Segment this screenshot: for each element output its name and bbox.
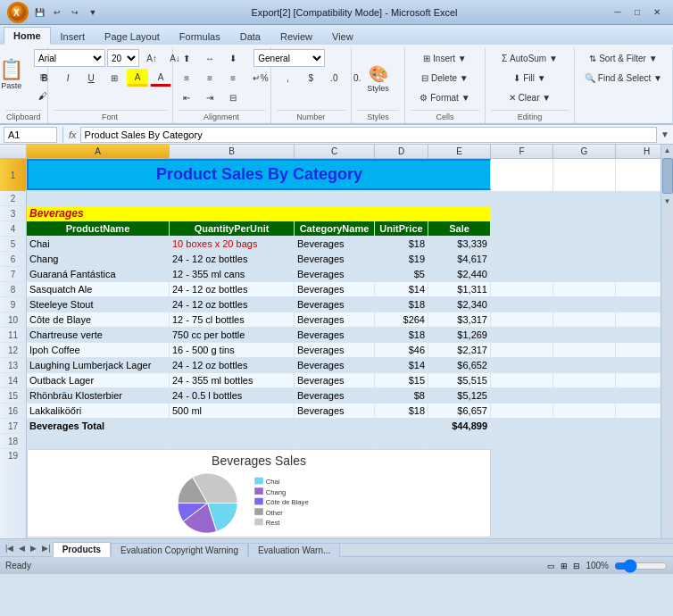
cell-13g[interactable] [553,358,616,372]
cell-6f[interactable] [491,252,553,266]
cell-4h[interactable] [616,221,661,236]
cell-17g[interactable] [553,419,616,433]
cell-9b[interactable]: 24 - 12 oz bottles [170,297,295,312]
cell-18b[interactable] [170,434,295,448]
cell-18e[interactable] [428,434,491,448]
cell-10c[interactable]: Beverages [295,312,375,327]
cell-3e[interactable] [428,206,491,221]
col-header-f[interactable]: F [491,145,553,158]
align-center-button[interactable]: ≡ [199,69,220,87]
italic-button[interactable]: I [57,69,79,87]
cell-2f[interactable] [491,191,553,205]
number-format-select[interactable]: General Number Currency [253,49,325,67]
cell-5g[interactable] [553,237,616,251]
cell-16h[interactable] [616,404,661,418]
cell-10h[interactable] [616,312,661,327]
cell-11g[interactable] [553,328,616,342]
cell-13h[interactable] [616,358,661,372]
minimize-button[interactable]: ─ [609,5,627,20]
border-button[interactable]: ⊞ [104,69,125,87]
col-header-g[interactable]: G [553,145,616,158]
cell-6e[interactable]: $4,617 [428,252,491,266]
quick-undo-button[interactable]: ↩ [50,5,64,20]
cell-3g[interactable] [553,206,616,221]
fill-button[interactable]: ⬇ Fill ▼ [490,69,570,87]
cell-6b[interactable]: 24 - 12 oz bottles [170,252,295,266]
underline-button[interactable]: U [80,69,102,87]
cell-15c[interactable]: Beverages [295,388,375,403]
cell-14f[interactable] [491,373,553,387]
cell-5d[interactable]: $18 [375,237,428,251]
sheet-first-button[interactable]: |◀ [4,544,15,553]
cell-16d[interactable]: $18 [375,404,428,418]
cell-10f[interactable] [491,312,553,327]
tab-review[interactable]: Review [270,28,322,45]
cell-15g[interactable] [553,388,616,403]
font-size-select[interactable]: 20 [107,49,139,67]
sort-filter-button[interactable]: ⇅ Sort & Filter ▼ [579,49,669,67]
cell-16c[interactable]: Beverages [295,404,375,418]
tab-home[interactable]: Home [4,27,51,45]
tab-page-layout[interactable]: Page Layout [95,28,170,45]
cell-11c[interactable]: Beverages [295,328,375,342]
cell-3h[interactable] [616,206,661,221]
cell-17h[interactable] [616,419,661,433]
quick-more-button[interactable]: ▼ [86,5,100,20]
cell-10a[interactable]: Côte de Blaye [27,312,170,327]
zoom-slider[interactable] [614,562,668,570]
align-right-button[interactable]: ≡ [222,69,244,87]
cell-5h[interactable] [616,237,661,251]
cell-6h[interactable] [616,252,661,266]
font-family-select[interactable]: Arial [34,49,105,67]
col-header-e[interactable]: E [428,145,491,158]
cell-9g[interactable] [553,297,616,312]
cell-16e[interactable]: $6,657 [428,404,491,418]
cell-8a[interactable]: Sasquatch Ale [27,282,170,296]
cell-2a[interactable] [27,191,170,205]
align-bottom-button[interactable]: ⬇ [222,49,244,67]
cell-7f[interactable] [491,267,553,281]
cell-15b[interactable]: 24 - 0.5 l bottles [170,388,295,403]
cell-17e[interactable]: $44,899 [428,419,491,433]
sheet-last-button[interactable]: ▶| [40,544,52,553]
cell-9h[interactable] [616,297,661,312]
scroll-up-button[interactable]: ▲ [662,145,673,156]
tab-view[interactable]: View [322,28,363,45]
cell-11e[interactable]: $1,269 [428,328,491,342]
cell-9a[interactable]: Steeleye Stout [27,297,170,312]
cell-2d[interactable] [375,191,428,205]
col-header-h[interactable]: H [616,145,661,158]
bold-button[interactable]: B [34,69,55,87]
comma-button[interactable]: , [277,69,298,87]
cell-13d[interactable]: $14 [375,358,428,372]
cell-8d[interactable]: $14 [375,282,428,296]
cell-4d[interactable]: UnitPrice [375,221,428,236]
delete-cells-button[interactable]: ⊟ Delete ▼ [410,69,481,87]
cell-3f[interactable] [491,206,553,221]
chart-area[interactable]: Beverages Sales [27,449,491,537]
paste-button[interactable]: 📋 Paste [0,49,29,99]
cell-3b[interactable] [170,206,295,221]
cell-10g[interactable] [553,312,616,327]
merge-center-button[interactable]: ⊟ [222,88,244,106]
increase-font-button[interactable]: A↑ [141,49,162,67]
cell-16b[interactable]: 500 ml [170,404,295,418]
cell-18h[interactable] [616,434,661,448]
cell-9d[interactable]: $18 [375,297,428,312]
tab-insert[interactable]: Insert [51,28,96,45]
cell-13f[interactable] [491,358,553,372]
styles-button[interactable]: 🎨 Styles [361,54,396,104]
cell-8f[interactable] [491,282,553,296]
cell-15e[interactable]: $5,125 [428,388,491,403]
insert-cells-button[interactable]: ⊞ Insert ▼ [410,49,481,67]
align-middle-button[interactable]: ↔ [199,49,220,67]
cell-18c[interactable] [295,434,375,448]
cell-4g[interactable] [553,221,616,236]
cell-17f[interactable] [491,419,553,433]
cell-5e[interactable]: $3,339 [428,237,491,251]
cell-8c[interactable]: Beverages [295,282,375,296]
percent-button[interactable]: % [253,69,275,87]
cell-13a[interactable]: Laughing Lumberjack Lager [27,358,170,372]
cell-1h[interactable] [616,159,661,191]
cell-13b[interactable]: 24 - 12 oz bottles [170,358,295,372]
